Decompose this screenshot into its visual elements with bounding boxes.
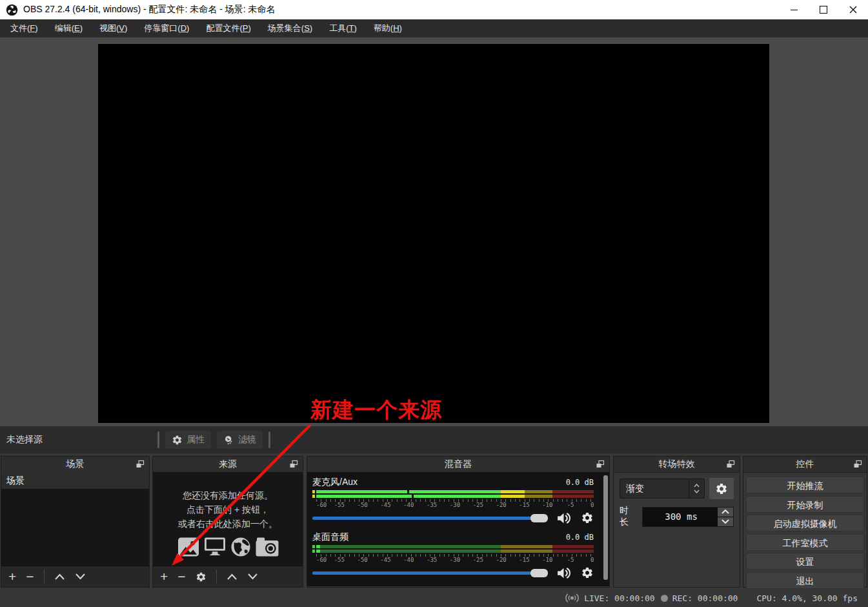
db-scale-label: -50 bbox=[357, 557, 367, 563]
move-scene-down-button[interactable] bbox=[75, 573, 86, 580]
remove-source-button[interactable]: − bbox=[177, 570, 185, 583]
menu-item[interactable]: 视图(V) bbox=[91, 19, 136, 37]
no-source-selected-label: 未选择源 bbox=[6, 426, 43, 453]
db-scale-label: -20 bbox=[496, 502, 506, 508]
menu-item[interactable]: 停靠窗口(D) bbox=[136, 19, 197, 37]
channel-settings-gear-icon[interactable] bbox=[581, 511, 594, 524]
minimize-button[interactable] bbox=[779, 0, 809, 19]
db-scale-label: -35 bbox=[427, 502, 437, 508]
volume-slider[interactable] bbox=[312, 510, 548, 526]
live-time: LIVE: 00:00:00 bbox=[584, 593, 655, 603]
menu-item[interactable]: 配置文件(P) bbox=[197, 19, 259, 37]
mixer-panel-header[interactable]: 混音器 bbox=[307, 457, 609, 473]
db-scale-label: -5 bbox=[567, 502, 574, 508]
mixer-panel-title: 混音器 bbox=[445, 458, 472, 470]
meter-bar bbox=[316, 495, 594, 498]
db-scale-label: -45 bbox=[380, 502, 390, 508]
control-button[interactable]: 开始推流 bbox=[746, 477, 864, 493]
obs-main-window: OBS 27.2.4 (64-bit, windows) - 配置文件: 未命名… bbox=[0, 0, 868, 607]
popout-icon[interactable] bbox=[596, 460, 605, 469]
transition-select[interactable]: 渐变 bbox=[620, 478, 705, 499]
transitions-panel-header[interactable]: 转场特效 bbox=[614, 457, 740, 473]
filters-button[interactable]: 滤镜 bbox=[217, 431, 263, 449]
control-button[interactable]: 启动虚拟摄像机 bbox=[746, 515, 864, 531]
transition-select-spinner[interactable] bbox=[689, 479, 704, 498]
gear-icon bbox=[172, 435, 183, 446]
empty-text-line: 或者右击此处添加一个。 bbox=[178, 517, 278, 531]
menu-item[interactable]: 编辑(E) bbox=[46, 19, 91, 37]
speaker-icon[interactable] bbox=[556, 566, 572, 580]
meter-input-marker bbox=[312, 490, 315, 493]
toolbar-handle[interactable] bbox=[268, 431, 270, 448]
mixer-scrollbar[interactable] bbox=[603, 474, 608, 584]
duration-decrease-button[interactable] bbox=[718, 517, 733, 526]
move-source-down-button[interactable] bbox=[247, 573, 258, 580]
volume-slider-handle[interactable] bbox=[530, 514, 548, 522]
source-properties-gear-icon[interactable] bbox=[196, 571, 207, 582]
mixer-scrollbar-thumb[interactable] bbox=[603, 475, 608, 580]
popout-icon[interactable] bbox=[853, 460, 862, 469]
db-scale-label: -25 bbox=[473, 502, 483, 508]
chevron-down-icon bbox=[694, 489, 700, 493]
menu-item[interactable]: 帮助(H) bbox=[365, 19, 410, 37]
close-button[interactable] bbox=[838, 0, 868, 19]
chevron-up-icon bbox=[694, 484, 700, 488]
add-source-button[interactable]: + bbox=[160, 570, 168, 583]
db-scale-label: -50 bbox=[357, 502, 367, 508]
volume-slider[interactable] bbox=[312, 565, 548, 581]
display-source-icon bbox=[203, 537, 227, 557]
transitions-panel-title: 转场特效 bbox=[659, 458, 695, 470]
speaker-icon[interactable] bbox=[556, 511, 572, 525]
db-scale-label: 0 bbox=[590, 502, 594, 508]
scene-list-item-selected[interactable]: 场景 bbox=[1, 472, 149, 489]
volume-slider-handle[interactable] bbox=[530, 569, 548, 577]
source-type-icons bbox=[177, 537, 279, 557]
scenes-panel-header[interactable]: 场景 bbox=[1, 457, 149, 473]
popout-icon[interactable] bbox=[136, 460, 145, 469]
popout-icon[interactable] bbox=[289, 460, 298, 469]
sources-panel-header[interactable]: 来源 bbox=[153, 457, 303, 473]
control-button[interactable]: 退出 bbox=[746, 572, 864, 589]
properties-label: 属性 bbox=[187, 434, 205, 446]
transition-settings-button[interactable] bbox=[709, 478, 734, 499]
control-button[interactable]: 工作室模式 bbox=[746, 534, 864, 551]
db-scale-label: -45 bbox=[380, 557, 390, 563]
controls-panel-header[interactable]: 控件 bbox=[743, 457, 867, 473]
db-scale-label: -20 bbox=[496, 557, 506, 563]
control-button[interactable]: 设置 bbox=[746, 553, 864, 570]
sources-empty-state[interactable]: 您还没有添加任何源。点击下面的 + 按钮，或者右击此处添加一个。 bbox=[153, 472, 303, 566]
volume-meter bbox=[312, 550, 594, 553]
add-scene-button[interactable]: + bbox=[8, 570, 16, 583]
db-scale-label: 0 bbox=[590, 557, 594, 563]
controls-panel-title: 控件 bbox=[796, 458, 814, 470]
db-scale-labels: -60-55-50-45-40-35-30-25-20-15-10-50 bbox=[316, 502, 594, 509]
mixer-panel: 混音器 麦克风/Aux 0.0 dB bbox=[307, 456, 610, 588]
popout-icon[interactable] bbox=[726, 460, 735, 469]
properties-button[interactable]: 属性 bbox=[165, 431, 211, 449]
channel-settings-gear-icon[interactable] bbox=[581, 566, 594, 579]
preview-canvas[interactable] bbox=[98, 44, 769, 423]
menu-bar: 文件(F)编辑(E)视图(V)停靠窗口(D)配置文件(P)场景集合(S)工具(T… bbox=[0, 19, 868, 37]
db-scale-label: -25 bbox=[473, 557, 483, 563]
db-scale-label: -15 bbox=[519, 502, 529, 508]
live-status: LIVE: 00:00:00 bbox=[565, 593, 655, 603]
control-button[interactable]: 开始录制 bbox=[746, 496, 864, 513]
chevron-up-icon bbox=[722, 509, 729, 514]
camera-source-icon bbox=[255, 537, 279, 557]
scene-list[interactable]: 场景 bbox=[1, 472, 149, 566]
move-scene-up-button[interactable] bbox=[54, 573, 65, 580]
rec-time: REC: 00:00:00 bbox=[672, 593, 738, 603]
title-bar: OBS 27.2.4 (64-bit, windows) - 配置文件: 未命名… bbox=[0, 0, 868, 19]
remove-scene-button[interactable]: − bbox=[26, 570, 34, 583]
scenes-panel-title: 场景 bbox=[66, 458, 85, 470]
menu-item[interactable]: 文件(F) bbox=[2, 19, 46, 37]
menu-item[interactable]: 场景集合(S) bbox=[259, 19, 321, 37]
mixer-channel-desktop: 桌面音频 0.0 dB -60-55-50-45-40-35-30-25-20-… bbox=[312, 531, 594, 581]
maximize-button[interactable] bbox=[809, 0, 838, 19]
move-source-up-button[interactable] bbox=[227, 573, 237, 580]
chevron-down-icon bbox=[722, 519, 729, 524]
duration-input[interactable]: 300 ms bbox=[642, 507, 734, 527]
duration-increase-button[interactable] bbox=[718, 508, 733, 517]
toolbar-handle[interactable] bbox=[157, 431, 159, 448]
menu-item[interactable]: 工具(T) bbox=[321, 19, 365, 37]
